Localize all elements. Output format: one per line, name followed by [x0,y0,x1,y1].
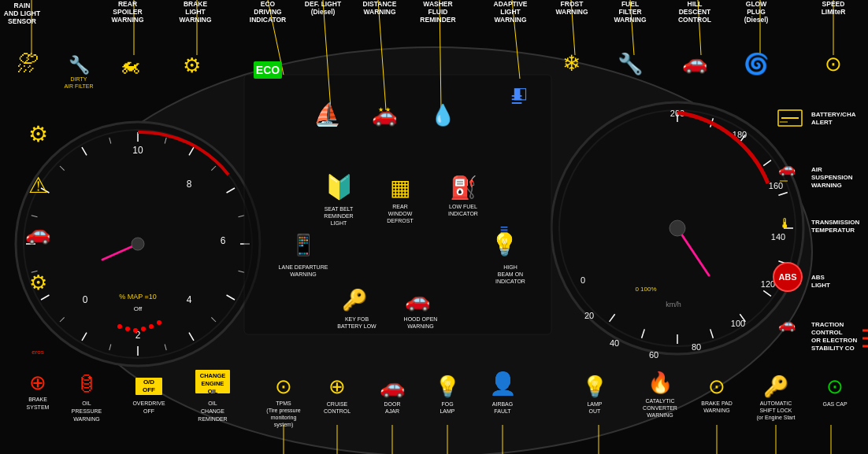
svg-text:PLUG: PLUG [747,8,766,16]
svg-text:monitoring: monitoring [271,415,297,421]
svg-text:⚠: ⚠ [28,173,48,197]
svg-text:RAIN: RAIN [14,2,31,9]
svg-text:🚗: 🚗 [778,160,796,177]
svg-text:⛽: ⛽ [450,175,477,201]
svg-text:120: 120 [761,279,775,289]
svg-text:ADAPTIVE: ADAPTIVE [494,0,528,8]
svg-text:WARNING: WARNING [555,8,588,16]
svg-text:FLUID: FLUID [428,8,447,16]
svg-text:🔰: 🔰 [325,173,354,201]
svg-text:⊕: ⊕ [328,375,346,398]
svg-text:6: 6 [221,235,226,246]
svg-text:LIGHT: LIGHT [811,282,830,289]
svg-text:≡: ≡ [500,222,509,238]
svg-text:140: 140 [771,232,785,242]
svg-text:OUT: OUT [589,408,602,414]
svg-text:FAULT: FAULT [494,408,511,414]
svg-text:⛵: ⛵ [313,102,341,127]
svg-text:🔧: 🔧 [618,51,644,76]
svg-text:(Tire pressure: (Tire pressure [266,408,300,414]
svg-text:100: 100 [731,319,745,328]
svg-text:0: 0 [83,294,88,305]
svg-text:LIGHT: LIGHT [185,8,206,16]
svg-text:OR ELECTRON: OR ELECTRON [811,337,857,344]
svg-text:GLOW: GLOW [746,0,767,8]
svg-text:OVERDRIVE: OVERDRIVE [132,400,165,406]
svg-text:WARNING: WARNING [363,8,395,16]
svg-text:🌡: 🌡 [778,216,792,231]
svg-point-41 [141,327,146,331]
svg-point-42 [149,324,154,329]
svg-text:LOW FUEL: LOW FUEL [449,204,477,209]
svg-text:INDICATOR: INDICATOR [250,16,286,24]
svg-point-40 [133,328,138,333]
svg-text:ECO: ECO [261,0,276,8]
svg-text:Off: Off [134,305,143,312]
svg-text:HOOD OPEN: HOOD OPEN [404,316,438,322]
svg-text:BEAM ON: BEAM ON [498,271,523,277]
svg-text:BATTERY/CHA: BATTERY/CHA [811,111,856,118]
svg-text:WARNING: WARNING [111,16,143,24]
svg-text:WARNING: WARNING [703,408,730,413]
svg-text:km/h: km/h [666,301,681,308]
svg-text:DEF. LIGHT: DEF. LIGHT [305,0,342,8]
svg-text:WARNING: WARNING [494,16,526,24]
svg-text:FROST: FROST [561,0,584,8]
svg-text:CRUISE: CRUISE [327,401,348,407]
svg-text:WARNING: WARNING [179,16,211,24]
svg-text:SYSTEM: SYSTEM [27,404,50,410]
svg-text:160: 160 [769,181,783,190]
svg-text:LIGHT: LIGHT [500,8,521,16]
svg-text:PRESSURE: PRESSURE [72,408,102,414]
svg-text:🔑: 🔑 [763,374,789,399]
svg-text:AND LIGHT: AND LIGHT [4,9,41,17]
svg-text:🌀: 🌀 [744,51,770,76]
svg-text:⛈: ⛈ [17,51,39,76]
svg-text:WINDOW: WINDOW [388,211,413,216]
svg-text:ALERT: ALERT [811,119,833,126]
svg-text:SENSOR: SENSOR [8,17,36,25]
svg-text:4: 4 [187,294,192,305]
svg-text:DISTANCE: DISTANCE [363,0,397,8]
svg-text:WASHER: WASHER [423,0,452,8]
svg-text:★ ★: ★ ★ [378,106,391,113]
svg-text:💡: 💡 [582,374,608,399]
svg-text:LIMIteR: LIMIteR [822,8,846,16]
svg-text:OFF: OFF [143,386,155,393]
svg-text:OIL: OIL [208,388,218,395]
svg-text:CONTROL: CONTROL [678,16,711,24]
svg-text:TRACTION: TRACTION [811,321,844,328]
svg-text:AJAR: AJAR [385,408,399,414]
svg-text:SPEED: SPEED [822,0,845,8]
svg-text:AIR: AIR [811,166,822,173]
svg-text:WARNING: WARNING [647,412,673,418]
svg-text:REAR: REAR [118,0,137,8]
svg-text:O/D: O/D [143,378,154,386]
svg-text:🚗: 🚗 [405,287,431,312]
svg-text:INDICATOR: INDICATOR [448,211,478,216]
svg-text:LAMP: LAMP [440,408,454,414]
svg-point-71 [670,220,685,236]
svg-text:WARNING: WARNING [407,323,434,329]
svg-text:LANE DEPARTURE: LANE DEPARTURE [279,264,328,270]
svg-text:LIGHT: LIGHT [331,220,347,226]
svg-text:FILTER: FILTER [618,8,641,16]
svg-point-39 [125,327,130,331]
svg-text:🚗: 🚗 [682,50,708,75]
svg-text:⊙: ⊙ [825,52,842,76]
svg-text:BRAKE: BRAKE [184,0,208,8]
svg-text:SEAT BELT: SEAT BELT [325,206,354,212]
svg-text:WARNING: WARNING [290,271,317,277]
svg-text:BRAKE PAD: BRAKE PAD [701,400,733,406]
svg-text:ABS: ABS [778,272,796,282]
svg-text:TRANSMISSION: TRANSMISSION [811,219,860,226]
svg-text:CONTROL: CONTROL [811,329,843,336]
svg-text:DIRTY: DIRTY [71,76,87,82]
svg-text:eros: eros [32,349,44,356]
svg-text:OIL: OIL [82,400,91,406]
svg-text:CONVERTER: CONVERTER [643,405,677,411]
svg-text:HIGH: HIGH [503,264,517,270]
svg-text:WARNING: WARNING [811,182,842,189]
svg-text:🚗: 🚗 [25,220,51,245]
svg-text:🛢: 🛢 [76,372,97,396]
